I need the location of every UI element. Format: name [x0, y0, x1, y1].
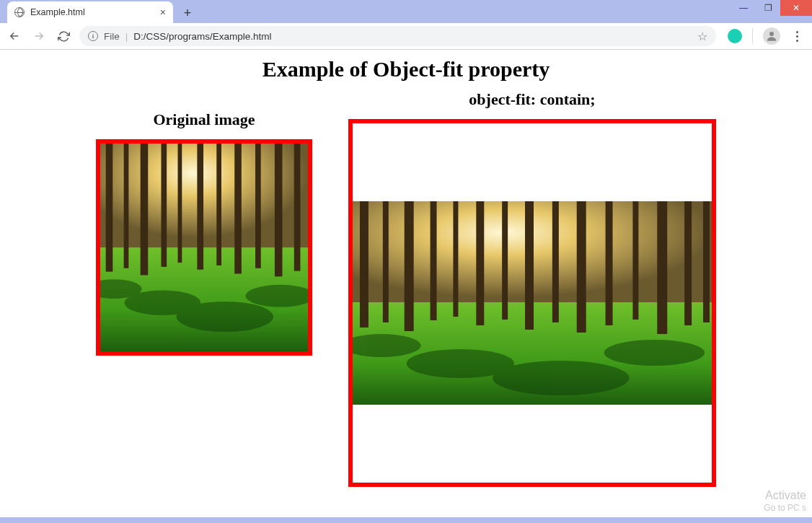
svg-rect-22	[405, 201, 414, 331]
svg-rect-23	[431, 201, 437, 320]
svg-rect-9	[216, 144, 221, 265]
address-separator: |	[125, 31, 128, 42]
window-maximize-button[interactable]: ❐	[756, 0, 780, 16]
bookmark-star-icon[interactable]: ☆	[697, 30, 707, 43]
svg-rect-33	[684, 201, 692, 325]
original-image-box	[96, 139, 312, 356]
svg-rect-6	[161, 144, 167, 267]
svg-rect-24	[453, 201, 458, 317]
reload-button[interactable]	[55, 27, 72, 45]
svg-rect-25	[476, 201, 484, 325]
extension-icon[interactable]	[728, 29, 742, 43]
svg-rect-12	[275, 144, 283, 276]
browser-toolbar: i File | D:/CSS/programs/Example.html ☆	[0, 23, 812, 50]
svg-rect-29	[577, 201, 586, 333]
address-path: D:/CSS/programs/Example.html	[133, 31, 271, 42]
info-icon[interactable]: i	[88, 31, 98, 41]
svg-rect-10	[234, 144, 242, 273]
tab-close-icon[interactable]: ×	[160, 6, 166, 18]
svg-rect-5	[141, 144, 149, 275]
profile-icon[interactable]	[763, 27, 780, 45]
back-button[interactable]	[6, 27, 23, 45]
svg-rect-11	[255, 144, 261, 268]
svg-point-38	[604, 340, 705, 366]
browser-tab[interactable]: Example.html ×	[7, 1, 173, 23]
kebab-menu-icon[interactable]	[790, 31, 803, 42]
svg-rect-27	[525, 201, 534, 330]
svg-rect-34	[703, 201, 710, 322]
svg-point-16	[177, 302, 273, 332]
svg-rect-3	[106, 144, 113, 272]
forward-button[interactable]	[30, 27, 48, 45]
svg-point-37	[493, 361, 629, 395]
address-file-label: File	[104, 31, 120, 42]
svg-rect-21	[383, 201, 389, 322]
forest-image	[100, 144, 308, 351]
svg-rect-32	[657, 201, 667, 334]
svg-rect-28	[552, 201, 559, 322]
svg-rect-8	[197, 144, 203, 270]
example-contain: object-fit: contain;	[348, 90, 716, 487]
tab-strip: Example.html × +	[0, 0, 812, 23]
globe-icon	[14, 7, 25, 17]
address-bar[interactable]: i File | D:/CSS/programs/Example.html ☆	[79, 26, 716, 46]
svg-rect-20	[360, 201, 369, 328]
forest-image-contain	[353, 201, 712, 405]
svg-point-0	[769, 32, 774, 36]
page-heading: Example of Object-fit property	[0, 57, 812, 82]
svg-rect-26	[502, 201, 508, 320]
svg-rect-4	[124, 144, 129, 268]
window-minimize-button[interactable]: —	[731, 0, 756, 16]
page-content: Example of Object-fit property Original …	[0, 50, 812, 517]
original-image-label: Original image	[96, 110, 312, 129]
tab-title: Example.html	[30, 7, 154, 17]
svg-rect-31	[632, 201, 638, 320]
contain-label: object-fit: contain;	[348, 90, 716, 109]
svg-rect-30	[606, 201, 613, 325]
contain-image-box	[348, 119, 716, 487]
svg-rect-13	[294, 144, 301, 271]
example-original: Original image	[96, 110, 312, 359]
new-tab-button[interactable]: +	[177, 3, 198, 23]
window-close-button[interactable]: ✕	[780, 0, 812, 16]
toolbar-divider	[752, 28, 753, 44]
svg-rect-7	[178, 144, 182, 263]
